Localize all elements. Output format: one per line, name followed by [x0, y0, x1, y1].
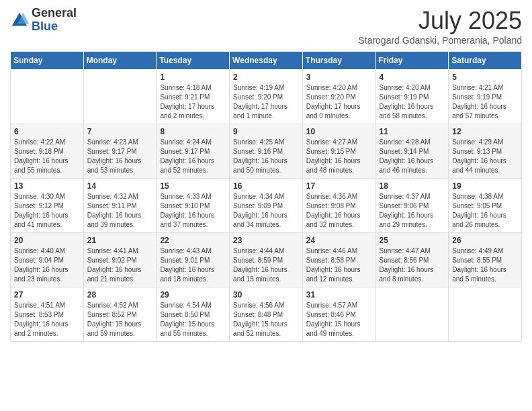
day-info: Sunrise: 4:25 AM Sunset: 9:16 PM Dayligh… [233, 138, 299, 175]
day-number: 6 [14, 127, 80, 136]
day-number: 8 [160, 127, 226, 136]
calendar-cell: 7Sunrise: 4:23 AM Sunset: 9:17 PM Daylig… [83, 124, 157, 179]
calendar-cell: 27Sunrise: 4:51 AM Sunset: 8:53 PM Dayli… [11, 287, 84, 342]
day-info: Sunrise: 4:22 AM Sunset: 9:18 PM Dayligh… [14, 138, 80, 175]
logo-text: General Blue [32, 7, 77, 34]
day-info: Sunrise: 4:36 AM Sunset: 9:08 PM Dayligh… [306, 192, 372, 230]
calendar-cell: 17Sunrise: 4:36 AM Sunset: 9:08 PM Dayli… [302, 179, 375, 233]
day-info: Sunrise: 4:38 AM Sunset: 9:05 PM Dayligh… [452, 192, 518, 230]
calendar-cell: 26Sunrise: 4:49 AM Sunset: 8:55 PM Dayli… [449, 233, 522, 287]
day-number: 31 [306, 290, 372, 300]
logo-general: General [32, 7, 77, 20]
calendar-cell: 11Sunrise: 4:28 AM Sunset: 9:14 PM Dayli… [375, 124, 449, 179]
day-number: 9 [233, 127, 299, 136]
day-number: 18 [380, 181, 445, 191]
day-info: Sunrise: 4:54 AM Sunset: 8:50 PM Dayligh… [160, 301, 226, 338]
calendar-cell: 1Sunrise: 4:18 AM Sunset: 9:21 PM Daylig… [157, 70, 230, 124]
day-info: Sunrise: 4:57 AM Sunset: 8:46 PM Dayligh… [306, 301, 372, 338]
day-header-thursday: Thursday [302, 52, 375, 70]
calendar-cell [11, 70, 84, 124]
calendar-cell: 19Sunrise: 4:38 AM Sunset: 9:05 PM Dayli… [449, 179, 522, 233]
day-number: 16 [233, 181, 299, 191]
day-info: Sunrise: 4:19 AM Sunset: 9:20 PM Dayligh… [233, 83, 299, 121]
calendar-cell: 24Sunrise: 4:46 AM Sunset: 8:58 PM Dayli… [302, 233, 375, 287]
calendar-cell: 30Sunrise: 4:56 AM Sunset: 8:48 PM Dayli… [230, 287, 303, 342]
day-info: Sunrise: 4:41 AM Sunset: 9:02 PM Dayligh… [87, 246, 153, 284]
day-info: Sunrise: 4:47 AM Sunset: 8:56 PM Dayligh… [380, 246, 445, 284]
day-number: 3 [306, 73, 372, 82]
logo: General Blue [10, 7, 77, 34]
day-info: Sunrise: 4:40 AM Sunset: 9:04 PM Dayligh… [14, 246, 80, 284]
month-title: July 2025 [358, 7, 522, 35]
day-info: Sunrise: 4:46 AM Sunset: 8:58 PM Dayligh… [306, 246, 372, 284]
day-number: 19 [452, 181, 518, 191]
calendar-cell: 22Sunrise: 4:43 AM Sunset: 9:01 PM Dayli… [157, 233, 230, 287]
day-number: 22 [160, 236, 226, 245]
calendar-cell: 16Sunrise: 4:34 AM Sunset: 9:09 PM Dayli… [230, 179, 303, 233]
day-number: 26 [452, 236, 518, 245]
day-number: 15 [160, 181, 226, 191]
day-info: Sunrise: 4:18 AM Sunset: 9:21 PM Dayligh… [160, 83, 226, 121]
logo-icon [10, 11, 29, 30]
calendar-cell: 3Sunrise: 4:20 AM Sunset: 9:20 PM Daylig… [302, 70, 375, 124]
day-info: Sunrise: 4:49 AM Sunset: 8:55 PM Dayligh… [452, 246, 518, 284]
calendar-cell: 4Sunrise: 4:20 AM Sunset: 9:19 PM Daylig… [375, 70, 449, 124]
calendar-cell: 9Sunrise: 4:25 AM Sunset: 9:16 PM Daylig… [230, 124, 303, 179]
day-number: 14 [87, 181, 153, 191]
day-number: 13 [14, 181, 80, 191]
calendar-cell: 6Sunrise: 4:22 AM Sunset: 9:18 PM Daylig… [11, 124, 84, 179]
day-number: 1 [160, 73, 226, 82]
calendar-cell: 28Sunrise: 4:52 AM Sunset: 8:52 PM Dayli… [83, 287, 157, 342]
day-header-saturday: Saturday [449, 52, 522, 70]
calendar-cell: 25Sunrise: 4:47 AM Sunset: 8:56 PM Dayli… [375, 233, 449, 287]
day-number: 2 [233, 73, 299, 82]
calendar-cell: 18Sunrise: 4:37 AM Sunset: 9:06 PM Dayli… [375, 179, 449, 233]
calendar-cell: 8Sunrise: 4:24 AM Sunset: 9:17 PM Daylig… [157, 124, 230, 179]
calendar-cell [83, 70, 157, 124]
page-header: General Blue July 2025 Starogard Gdanski… [10, 7, 522, 46]
day-info: Sunrise: 4:30 AM Sunset: 9:12 PM Dayligh… [14, 192, 80, 230]
day-number: 28 [87, 290, 153, 300]
calendar-cell [449, 287, 522, 342]
day-number: 7 [87, 127, 153, 136]
day-header-friday: Friday [375, 52, 449, 70]
day-info: Sunrise: 4:51 AM Sunset: 8:53 PM Dayligh… [14, 301, 80, 338]
day-header-sunday: Sunday [11, 52, 84, 70]
calendar-cell: 21Sunrise: 4:41 AM Sunset: 9:02 PM Dayli… [83, 233, 157, 287]
day-info: Sunrise: 4:37 AM Sunset: 9:06 PM Dayligh… [380, 192, 445, 230]
day-number: 20 [14, 236, 80, 245]
day-number: 12 [452, 127, 518, 136]
day-info: Sunrise: 4:29 AM Sunset: 9:13 PM Dayligh… [452, 138, 518, 175]
calendar-cell: 15Sunrise: 4:33 AM Sunset: 9:10 PM Dayli… [157, 179, 230, 233]
day-info: Sunrise: 4:28 AM Sunset: 9:14 PM Dayligh… [380, 138, 445, 175]
day-info: Sunrise: 4:20 AM Sunset: 9:20 PM Dayligh… [306, 83, 372, 121]
calendar-cell: 31Sunrise: 4:57 AM Sunset: 8:46 PM Dayli… [302, 287, 375, 342]
day-number: 10 [306, 127, 372, 136]
calendar-cell: 13Sunrise: 4:30 AM Sunset: 9:12 PM Dayli… [11, 179, 84, 233]
day-info: Sunrise: 4:33 AM Sunset: 9:10 PM Dayligh… [160, 192, 226, 230]
calendar-cell: 20Sunrise: 4:40 AM Sunset: 9:04 PM Dayli… [11, 233, 84, 287]
calendar-week-row: 6Sunrise: 4:22 AM Sunset: 9:18 PM Daylig… [11, 124, 522, 179]
calendar-header-row: SundayMondayTuesdayWednesdayThursdayFrid… [11, 52, 522, 70]
day-header-tuesday: Tuesday [157, 52, 230, 70]
day-number: 29 [160, 290, 226, 300]
calendar-cell: 2Sunrise: 4:19 AM Sunset: 9:20 PM Daylig… [230, 70, 303, 124]
day-info: Sunrise: 4:21 AM Sunset: 9:19 PM Dayligh… [452, 83, 518, 121]
location-subtitle: Starogard Gdanski, Pomerania, Poland [358, 35, 522, 46]
day-info: Sunrise: 4:52 AM Sunset: 8:52 PM Dayligh… [87, 301, 153, 338]
day-info: Sunrise: 4:23 AM Sunset: 9:17 PM Dayligh… [87, 138, 153, 175]
calendar-cell: 10Sunrise: 4:27 AM Sunset: 9:15 PM Dayli… [302, 124, 375, 179]
day-info: Sunrise: 4:24 AM Sunset: 9:17 PM Dayligh… [160, 138, 226, 175]
logo-blue: Blue [32, 20, 77, 34]
day-number: 21 [87, 236, 153, 245]
calendar-cell: 12Sunrise: 4:29 AM Sunset: 9:13 PM Dayli… [449, 124, 522, 179]
calendar-week-row: 27Sunrise: 4:51 AM Sunset: 8:53 PM Dayli… [11, 287, 522, 342]
day-info: Sunrise: 4:20 AM Sunset: 9:19 PM Dayligh… [380, 83, 445, 121]
calendar-cell [375, 287, 449, 342]
day-number: 25 [380, 236, 445, 245]
calendar-week-row: 20Sunrise: 4:40 AM Sunset: 9:04 PM Dayli… [11, 233, 522, 287]
day-number: 17 [306, 181, 372, 191]
day-number: 24 [306, 236, 372, 245]
day-info: Sunrise: 4:32 AM Sunset: 9:11 PM Dayligh… [87, 192, 153, 230]
calendar-cell: 5Sunrise: 4:21 AM Sunset: 9:19 PM Daylig… [449, 70, 522, 124]
